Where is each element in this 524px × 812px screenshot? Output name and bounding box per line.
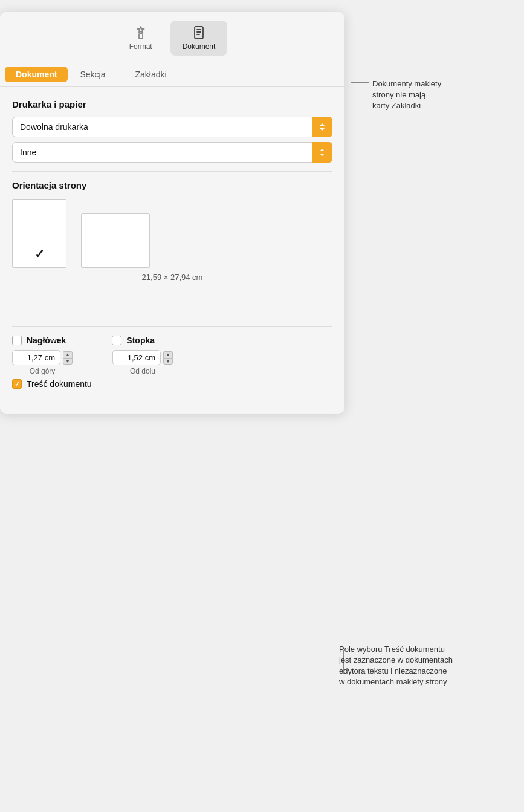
- stopka-stepper-btns: ▲ ▼: [163, 351, 173, 365]
- dokument-icon: [192, 25, 206, 40]
- divider-2: [12, 326, 332, 327]
- callout-top-wrapper: Dokumenty makiety strony nie mają karty …: [351, 79, 461, 112]
- stopka-stepper: 1,52 cm ▲ ▼: [112, 350, 173, 365]
- orientation-section: Orientacja strony ✓ 21,59 × 27,94 cm: [12, 180, 332, 282]
- landscape-option[interactable]: [81, 199, 150, 268]
- tresc-checkbox[interactable]: [12, 379, 22, 389]
- dokument-tab-button[interactable]: Dokument: [170, 21, 228, 56]
- format-icon: [134, 25, 148, 40]
- stopka-input[interactable]: 1,52 cm: [112, 350, 161, 365]
- callout-bottom-text: Pole wyboru Treść dokumentu jest zaznacz…: [339, 644, 453, 688]
- stopka-item: Stopka: [112, 336, 155, 345]
- paper-dropdown-wrapper: Inne: [12, 142, 332, 163]
- drukarka-section-title: Drukarka i papier: [12, 99, 332, 109]
- dokument-label: Dokument: [183, 42, 216, 51]
- stopka-up-btn[interactable]: ▲: [163, 351, 173, 358]
- landscape-page: [81, 213, 150, 268]
- printer-dropdown-wrapper: Dowolna drukarka: [12, 117, 332, 137]
- panel-content: Drukarka i papier Dowolna drukarka Inne: [0, 87, 344, 414]
- h-line-top: [351, 82, 369, 83]
- page-size-label: 21,59 × 27,94 cm: [12, 273, 332, 282]
- tab-bar: Dokument Sekcja Zakładki: [0, 62, 344, 87]
- naglowek-down-btn[interactable]: ▼: [63, 358, 73, 365]
- naglowek-checkbox[interactable]: [12, 336, 22, 345]
- divider-1: [12, 171, 332, 172]
- format-tab-button[interactable]: Format: [117, 21, 164, 56]
- svg-rect-1: [195, 27, 203, 39]
- callout-top-text: Dokumenty makiety strony nie mają karty …: [372, 79, 441, 112]
- orientation-options: ✓: [12, 199, 332, 268]
- header-footer-section: Nagłówek Stopka 1,27 cm ▲ ▼: [12, 336, 332, 375]
- naglowek-item: Nagłówek: [12, 336, 66, 345]
- naglowek-sublabel: Od góry: [30, 367, 56, 375]
- naglowek-up-btn[interactable]: ▲: [63, 351, 73, 358]
- tresc-label: Treść dokumentu: [27, 379, 92, 389]
- printer-select[interactable]: Dowolna drukarka: [12, 117, 332, 137]
- tab-separator: [120, 69, 120, 80]
- tab-sekcja[interactable]: Sekcja: [73, 67, 112, 82]
- tab-dokument[interactable]: Dokument: [5, 67, 68, 82]
- svg-rect-0: [139, 34, 143, 39]
- hf-inputs-row: 1,27 cm ▲ ▼ Od góry 1,52 cm ▲: [12, 350, 332, 375]
- paper-select[interactable]: Inne: [12, 142, 332, 163]
- stopka-input-group: 1,52 cm ▲ ▼ Od dołu: [112, 350, 173, 375]
- hf-labels-row: Nagłówek Stopka: [12, 336, 332, 345]
- spacer: [12, 282, 332, 318]
- stopka-label: Stopka: [126, 336, 155, 345]
- portrait-option[interactable]: ✓: [12, 199, 66, 268]
- stopka-sublabel: Od dołu: [130, 367, 155, 375]
- naglowek-stepper-btns: ▲ ▼: [63, 351, 73, 365]
- annotations: Dokumenty makiety strony nie mają karty …: [344, 12, 461, 693]
- callout-top-connector: [351, 79, 369, 83]
- naglowek-stepper: 1,27 cm ▲ ▼: [12, 350, 73, 365]
- tab-zakladki[interactable]: Zakładki: [128, 67, 173, 82]
- stopka-checkbox[interactable]: [112, 336, 121, 345]
- format-label: Format: [129, 42, 152, 51]
- naglowek-label: Nagłówek: [27, 336, 66, 345]
- portrait-checkmark: ✓: [34, 247, 45, 261]
- divider-bottom: [12, 395, 332, 395]
- callout-bottom-wrapper: Pole wyboru Treść dokumentu jest zaznacz…: [340, 650, 461, 694]
- portrait-page: ✓: [12, 199, 66, 268]
- toolbar: Format Dokument: [0, 12, 344, 62]
- orientation-title: Orientacja strony: [12, 180, 332, 190]
- naglowek-input[interactable]: 1,27 cm: [12, 350, 60, 365]
- naglowek-input-group: 1,27 cm ▲ ▼ Od góry: [12, 350, 73, 375]
- stopka-down-btn[interactable]: ▼: [163, 358, 173, 365]
- tresc-row: Treść dokumentu: [12, 379, 332, 389]
